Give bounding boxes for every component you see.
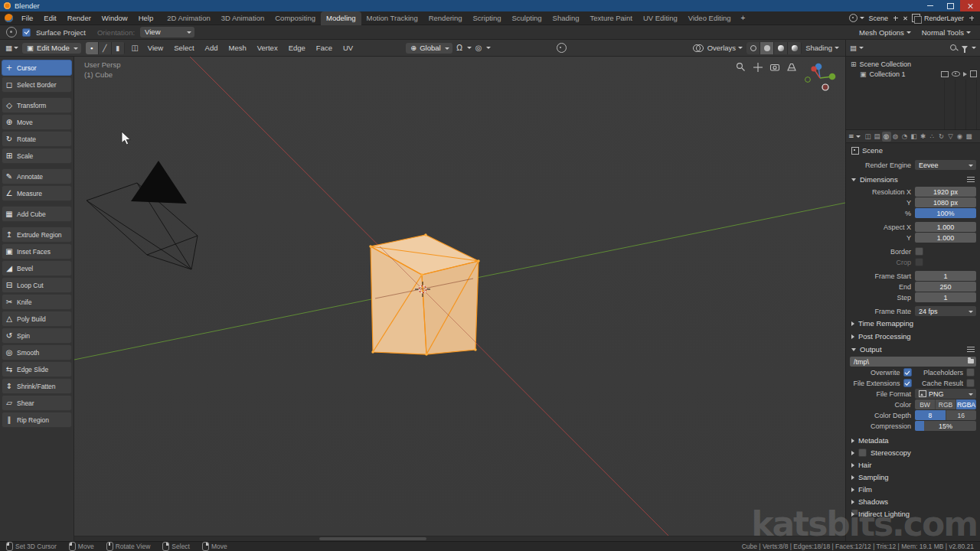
viewport-menu-item[interactable]: Edge [283,41,311,55]
surface-project-checkbox[interactable] [22,28,31,37]
section-header-time-remapping[interactable]: Time Remapping [850,318,976,329]
section-header[interactable]: Shadows [850,496,976,507]
section-header[interactable]: Stereoscopy [850,447,976,458]
pivot-point-icon[interactable] [557,43,567,53]
workspace-tab[interactable]: Scripting [468,11,507,25]
workspace-tab[interactable]: Rendering [423,11,468,25]
lookdev-shading-button[interactable] [774,42,788,54]
delete-scene-button[interactable] [902,15,910,22]
props-tab[interactable]: ◔ [900,132,910,142]
cube-object[interactable] [369,233,479,355]
editor-type-button[interactable]: ≡ [848,132,863,140]
selectable-icon[interactable] [963,72,967,77]
section-header-output[interactable]: Output [850,344,976,355]
color-depth-option[interactable]: 16 [946,410,977,420]
presets-icon[interactable] [967,347,975,352]
workspace-tab[interactable]: Compositing [270,11,321,25]
section-checkbox[interactable] [858,448,867,457]
rendered-shading-button[interactable] [788,42,802,54]
color-depth-option[interactable]: 8 [915,410,946,420]
section-header[interactable]: Metadata [850,435,976,446]
workspace-tab[interactable]: 2D Animation [162,11,216,25]
close-button[interactable] [960,0,980,11]
viewport-nav-buttons[interactable] [737,63,795,72]
solid-shading-button[interactable] [760,42,774,54]
blender-menu-icon[interactable] [5,14,13,22]
props-tab[interactable]: ◧ [910,132,919,142]
props-tab[interactable]: ▩ [965,132,974,142]
face-select-button[interactable]: ▮ [112,42,125,54]
props-tab[interactable]: ◉ [956,132,965,142]
props-tab[interactable]: ▤ [873,132,882,142]
color-mode-option[interactable]: BW [915,399,936,409]
renderlayer-selector[interactable]: RenderLayer [923,15,965,22]
orientation-dropdown[interactable]: View [140,27,194,37]
add-workspace-button[interactable]: + [737,11,750,25]
tool-button[interactable]: ↻ Rotate [2,131,72,147]
border-checkbox[interactable] [915,247,923,256]
workspace-tab[interactable]: 3D Animation [216,11,270,25]
viewport-menu-item[interactable]: Vertex [252,41,283,55]
resolution-y-field[interactable]: 1080 px [915,197,976,207]
new-renderlayer-button[interactable] [968,15,975,22]
file-format-dropdown[interactable]: PNG [915,389,976,399]
render-engine-dropdown[interactable]: Eevee [915,160,976,170]
props-tab[interactable]: ▽ [946,132,956,142]
snap-settings-dropdown-icon[interactable] [467,47,472,49]
render-restrict-icon[interactable] [970,70,977,77]
wireframe-shading-button[interactable] [746,42,760,54]
outliner-row-collection-1[interactable]: ▣ Collection 1 [846,69,980,79]
tool-button[interactable]: + Cursor [2,60,72,76]
aspect-x-field[interactable]: 1.000 [915,222,976,232]
menu-item[interactable]: Render [62,11,96,25]
filter-dropdown-icon[interactable] [972,47,976,49]
viewport-menu-item[interactable]: Mesh [223,41,251,55]
props-tab[interactable]: ↻ [937,132,946,142]
compression-slider[interactable]: 15% [915,421,976,431]
navigation-gizmo[interactable] [805,64,836,90]
tool-button[interactable]: ⇕ Shrink/Fatten [2,378,72,394]
workspace-tab[interactable]: Motion Tracking [361,11,423,25]
tool-button[interactable]: ▣ Inset Faces [2,243,72,259]
color-mode-option[interactable]: RGB [936,399,956,409]
menu-item[interactable]: File [16,11,38,25]
tool-button[interactable]: ⇆ Edge Slide [2,361,72,377]
section-header[interactable]: Sampling [850,471,976,483]
section-header-dimensions[interactable]: Dimensions [850,174,976,185]
viewport-3d[interactable]: User Persp (1) Cube [74,57,845,541]
viewport-canvas[interactable] [74,57,845,541]
tool-button[interactable]: ◎ Smooth [2,344,72,360]
frame-end-field[interactable]: 250 [915,282,976,292]
props-tab[interactable]: ✱ [919,132,928,142]
props-tab[interactable]: ∴ [928,132,937,142]
workspace-tab[interactable]: Video Editing [683,11,737,25]
menu-item[interactable]: Edit [38,11,61,25]
viewport-menu-item[interactable]: UV [338,41,358,55]
aspect-y-field[interactable]: 1.000 [915,233,976,243]
overwrite-checkbox[interactable] [903,368,912,377]
outliner-row-scene-collection[interactable]: ⊞ Scene Collection [846,59,980,69]
viewport-visibility-icon[interactable] [941,71,949,77]
tool-button[interactable]: ◇ Transform [2,97,72,113]
tool-button[interactable]: ∥ Rip Region [2,412,72,428]
output-path-field[interactable]: /tmp\ [850,357,976,367]
tool-button[interactable]: ⊟ Loop Cut [2,277,72,293]
cache-result-checkbox[interactable] [966,379,975,387]
scrollbar-handle[interactable] [319,537,426,540]
section-header[interactable]: Indirect Lighting [850,508,976,520]
mesh-options-dropdown[interactable]: Mesh Options [859,28,911,37]
tool-button[interactable]: ✂ Knife [2,294,72,310]
editor-type-button[interactable]: ▦ [3,44,21,52]
props-tab[interactable]: ◎ [882,132,891,142]
section-header[interactable]: Film [850,484,976,495]
folder-icon[interactable] [968,359,974,364]
search-icon[interactable] [950,44,958,52]
tool-button[interactable]: △ Poly Build [2,311,72,327]
transform-orientation-dropdown[interactable]: ⊕Global [406,43,452,54]
file-extensions-checkbox[interactable] [903,379,912,387]
viewport-bottom-scrollbar[interactable] [74,536,845,541]
tool-button[interactable]: ✎ Annotate [2,168,72,184]
section-header-post-processing[interactable]: Post Processing [850,331,976,342]
maximize-button[interactable] [940,0,960,11]
mode-dropdown[interactable]: ▣Edit Mode [22,43,81,54]
